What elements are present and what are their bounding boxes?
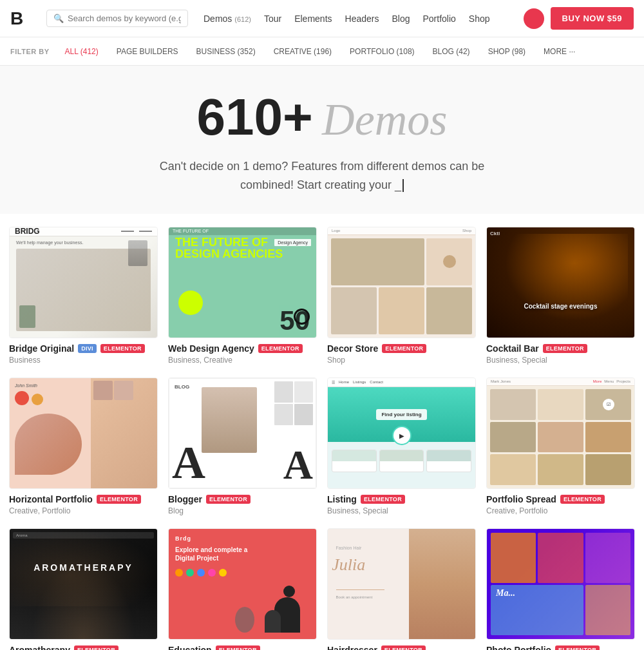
demo-card-web-design-agency[interactable]: THE FUTURE OF THE FUTURE OFDESIGN AGENCI… xyxy=(168,227,317,365)
demo-card-hairdresser[interactable]: Fashion Hair Julia Book an appointment H… xyxy=(327,528,476,650)
filter-business[interactable]: BUSINESS (352) xyxy=(189,44,263,59)
demo-categories: Business xyxy=(9,356,158,365)
demo-title: Cocktail Bar xyxy=(486,343,539,354)
demo-title-row: Blogger ELEMENTOR xyxy=(168,494,317,504)
header-right: BUY NOW $59 xyxy=(524,7,634,30)
demo-tag-elementor: ELEMENTOR xyxy=(100,344,145,353)
demo-thumb-hairdresser: Fashion Hair Julia Book an appointment xyxy=(327,528,476,640)
demo-card-listing[interactable]: ☰ Home Listings Contact Find your listin… xyxy=(327,378,476,515)
demo-tag-elementor: ELEMENTOR xyxy=(206,495,251,504)
demo-card-portfolio-spread[interactable]: Mark Jones More Menu Projects ☑ xyxy=(486,378,635,515)
search-input[interactable] xyxy=(68,14,181,23)
demo-title: Portfolio Spread xyxy=(486,494,556,504)
demo-thumb-cocktail-bar: Cocktail stage evenings Cktl xyxy=(486,227,635,338)
buy-button[interactable]: BUY NOW $59 xyxy=(551,7,634,30)
nav-tour[interactable]: Tour xyxy=(264,14,281,24)
search-icon: 🔍 xyxy=(53,14,64,23)
demo-card-cocktail-bar[interactable]: Cocktail stage evenings Cktl Cocktail Ba… xyxy=(486,227,635,365)
filter-more[interactable]: MORE ··· xyxy=(536,44,583,59)
demo-categories: Business, Special xyxy=(327,506,476,515)
filter-creative[interactable]: CREATIVE (196) xyxy=(266,44,339,59)
nav-blog[interactable]: Blog xyxy=(392,14,410,24)
demo-thumb-decor-store: Logo Shop xyxy=(327,227,476,338)
demo-card-photo-portfolio[interactable]: Ma... Photo Portfolio ELEMENTOR Creative… xyxy=(486,528,635,650)
hero-number: 610+ xyxy=(196,88,312,146)
hero-headline: 610+ Demos xyxy=(13,91,631,146)
filter-portfolio[interactable]: PORTFOLIO (108) xyxy=(342,44,422,59)
filter-bar: FILTER BY ALL (412) PAGE BUILDERS BUSINE… xyxy=(0,37,644,66)
demo-title: Web Design Agency xyxy=(168,343,254,354)
demo-title-row: Hairdresser ELEMENTOR xyxy=(327,645,476,650)
filter-shop[interactable]: SHOP (98) xyxy=(480,44,533,59)
demo-thumb-web-design-agency: THE FUTURE OF THE FUTURE OFDESIGN AGENCI… xyxy=(168,227,317,338)
demo-categories: Business, Creative xyxy=(168,356,317,365)
demo-title-row: Horizontal Portfolio ELEMENTOR xyxy=(9,494,158,504)
hero-section: 610+ Demos Can't decide on 1 demo? Featu… xyxy=(0,66,644,214)
filter-page-builders[interactable]: PAGE BUILDERS xyxy=(109,44,186,59)
demo-title: Bridge Original xyxy=(9,343,74,354)
filter-blog[interactable]: BLOG (42) xyxy=(425,44,478,59)
demo-tag-elementor: ELEMENTOR xyxy=(555,645,600,650)
demo-card-bridge-original[interactable]: BRIDG We'll help manage your business. xyxy=(9,227,158,365)
demo-thumb-bridge-original: BRIDG We'll help manage your business. xyxy=(9,227,158,338)
demo-thumb-aromatherapy: AROMATHERAPY Aroma xyxy=(9,528,158,640)
demo-title: Horizontal Portfolio xyxy=(9,494,93,504)
search-box[interactable]: 🔍 xyxy=(46,10,188,27)
demo-title: Hairdresser xyxy=(327,645,377,650)
demo-title-row: Bridge Original DIVI ELEMENTOR xyxy=(9,343,158,354)
demo-title-row: Photo Portfolio ELEMENTOR xyxy=(486,645,635,650)
hero-subtitle: Can't decide on 1 demo? Features from di… xyxy=(13,157,631,195)
hero-script: Demos xyxy=(322,95,447,144)
demo-tag-elementor: ELEMENTOR xyxy=(74,645,118,650)
demo-thumb-listing: ☰ Home Listings Contact Find your listin… xyxy=(327,378,476,489)
demo-card-horizontal-portfolio[interactable]: John Smith Horizontal Portf xyxy=(9,378,158,515)
nav-portfolio[interactable]: Portfolio xyxy=(422,14,455,24)
filter-all[interactable]: ALL (412) xyxy=(57,44,106,59)
nav-shop[interactable]: Shop xyxy=(469,14,490,24)
nav-headers[interactable]: Headers xyxy=(345,14,379,24)
demo-tag-elementor: ELEMENTOR xyxy=(258,344,303,353)
demo-tag-elementor: ELEMENTOR xyxy=(216,645,260,650)
demo-title: Aromatherapy xyxy=(9,645,70,650)
demo-title-row: Aromatherapy ELEMENTOR xyxy=(9,645,158,650)
demo-categories: Creative, Portfolio xyxy=(486,506,635,515)
demo-tag-elementor: ELEMENTOR xyxy=(543,344,587,353)
demo-card-education[interactable]: Brdg Explore and complete a Digital Proj… xyxy=(168,528,317,650)
demo-tag-elementor: ELEMENTOR xyxy=(97,495,141,504)
demo-thumb-portfolio-spread: Mark Jones More Menu Projects ☑ xyxy=(486,378,635,489)
main-nav: Demos (612) Tour Elements Headers Blog P… xyxy=(204,14,516,24)
demo-categories: Business, Special xyxy=(486,356,635,365)
demo-grid: BRIDG We'll help manage your business. xyxy=(9,227,635,650)
demo-card-decor-store[interactable]: Logo Shop Decor St xyxy=(327,227,476,365)
demo-title-row: Web Design Agency ELEMENTOR xyxy=(168,343,317,354)
demo-categories: Blog xyxy=(168,506,317,515)
demo-title: Photo Portfolio xyxy=(486,645,551,650)
demo-title-row: Decor Store ELEMENTOR xyxy=(327,343,476,354)
demo-categories: Shop xyxy=(327,356,476,365)
demo-tag-elementor: ELEMENTOR xyxy=(361,495,405,504)
logo: B xyxy=(10,8,33,29)
cursor xyxy=(402,179,404,192)
header: B 🔍 Demos (612) Tour Elements Headers Bl… xyxy=(0,0,644,37)
demo-tag-elementor: ELEMENTOR xyxy=(382,344,426,353)
demo-categories: Creative, Portfolio xyxy=(9,506,158,515)
demo-tag-divi: DIVI xyxy=(78,344,97,353)
demo-title: Education xyxy=(168,645,212,650)
demo-tag-elementor: ELEMENTOR xyxy=(381,645,426,650)
demo-title-row: Education ELEMENTOR xyxy=(168,645,317,650)
demo-thumb-horizontal-portfolio: John Smith xyxy=(9,378,158,489)
avatar[interactable] xyxy=(524,8,544,29)
nav-elements[interactable]: Elements xyxy=(294,14,332,24)
demo-thumb-photo-portfolio: Ma... xyxy=(486,528,635,640)
demo-title: Decor Store xyxy=(327,343,378,354)
demo-title-row: Cocktail Bar ELEMENTOR xyxy=(486,343,635,354)
demos-section: BRIDG We'll help manage your business. xyxy=(0,214,644,650)
nav-demos[interactable]: Demos (612) xyxy=(204,14,251,24)
demo-title-row: Listing ELEMENTOR xyxy=(327,494,476,504)
demo-thumb-blogger: A A BLOG xyxy=(168,378,317,489)
demo-tag-elementor: ELEMENTOR xyxy=(560,495,605,504)
demo-card-aromatherapy[interactable]: AROMATHERAPY Aroma Aromatherapy ELEMENTO… xyxy=(9,528,158,650)
demo-card-blogger[interactable]: A A BLOG Blogger ELEMENTOR xyxy=(168,378,317,515)
filter-label: FILTER BY xyxy=(10,48,50,55)
demo-title: Blogger xyxy=(168,494,202,504)
